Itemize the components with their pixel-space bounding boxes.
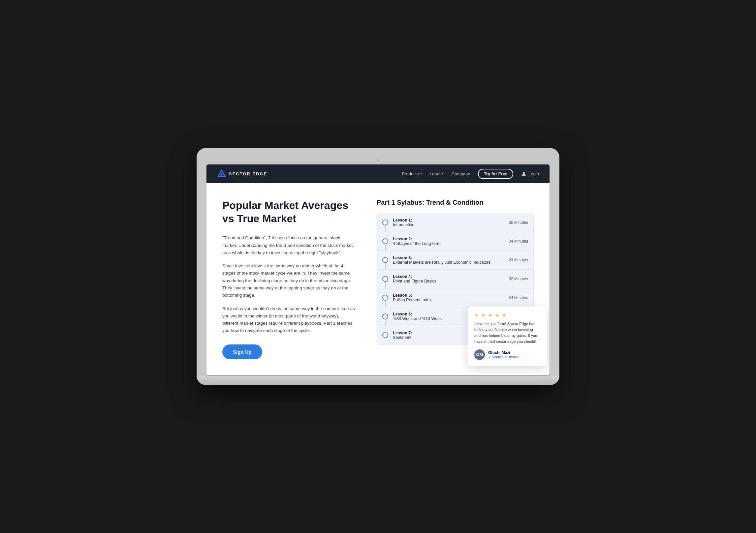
lesson-info: Lesson 1:Introduction xyxy=(393,218,509,227)
lesson-dot xyxy=(382,238,388,244)
laptop-screen: SECTOR EDGE Products ▾ Learn ▾ Company T… xyxy=(206,164,550,375)
review-text: I love this platform! Sector Edge has bu… xyxy=(474,321,540,344)
lesson-row[interactable]: Lesson 1:Introduction30 Minutes xyxy=(377,213,533,232)
lesson-number: Lesson 5: xyxy=(393,293,509,298)
lesson-name: Bullish Percent Index xyxy=(393,298,509,302)
lesson-name: 4 Stages of the Long-term xyxy=(393,241,509,246)
avatar: OM xyxy=(474,349,485,360)
lesson-duration: 34 Minutes xyxy=(509,239,528,244)
user-icon xyxy=(521,171,526,176)
description-3: But just as you wouldn't dress the same … xyxy=(222,305,356,335)
review-author: OM Oluchi Mazi ✓ Verified customer xyxy=(474,349,540,360)
lesson-name: External Markets are Really Just Economi… xyxy=(393,260,509,265)
lesson-row[interactable]: Lesson 3:External Markets are Really Jus… xyxy=(377,251,533,270)
lesson-number: Lesson 3: xyxy=(393,255,509,260)
lesson-dot xyxy=(382,332,388,338)
lesson-name: Point and Figure Basics xyxy=(393,279,509,283)
description-1: "Trend and Condition", 7 lessons focus o… xyxy=(222,234,356,256)
review-stars: ★ ★ ★ ★ ★ xyxy=(474,312,540,318)
review-card: ★ ★ ★ ★ ★ I love this platform! Sector E… xyxy=(468,307,547,366)
logo[interactable]: SECTOR EDGE xyxy=(217,169,267,178)
lesson-number: Lesson 1: xyxy=(393,218,509,222)
logo-text: SECTOR EDGE xyxy=(229,171,267,176)
author-info: Oluchi Mazi ✓ Verified customer xyxy=(488,350,519,359)
nav-company[interactable]: Company xyxy=(452,171,470,176)
lesson-duration: 34 Minutes xyxy=(509,295,528,300)
laptop-base xyxy=(197,376,559,385)
navbar: SECTOR EDGE Products ▾ Learn ▾ Company T… xyxy=(206,164,550,183)
lesson-row[interactable]: Lesson 5:Bullish Percent Index34 Minutes xyxy=(377,288,533,307)
lesson-dot xyxy=(382,276,388,282)
laptop-frame: SECTOR EDGE Products ▾ Learn ▾ Company T… xyxy=(197,148,559,385)
lesson-dot xyxy=(382,313,388,319)
lesson-info: Lesson 5:Bullish Percent Index xyxy=(393,293,509,302)
chevron-down-icon: ▾ xyxy=(442,172,444,175)
lesson-dot xyxy=(382,295,388,301)
right-panel: Part 1 Sylabus: Trend & Condition Lesson… xyxy=(377,199,534,359)
lesson-number: Lesson 4: xyxy=(393,274,509,279)
nav-learn[interactable]: Learn ▾ xyxy=(430,171,444,176)
lesson-dot xyxy=(382,220,388,225)
lesson-info: Lesson 2:4 Stages of the Long-term xyxy=(393,237,509,246)
lesson-number: Lesson 2: xyxy=(393,237,509,241)
left-panel: Popular Market Averages vs True Market "… xyxy=(222,199,361,359)
nav-products[interactable]: Products ▾ xyxy=(402,171,422,176)
svg-point-2 xyxy=(523,172,525,174)
lesson-duration: 30 Minutes xyxy=(509,220,528,225)
logo-icon xyxy=(217,169,226,178)
syllabus-title: Part 1 Sylabus: Trend & Condition xyxy=(377,199,534,206)
page-title: Popular Market Averages vs True Market xyxy=(222,199,356,225)
lesson-name: Introduction xyxy=(393,222,509,227)
lesson-info: Lesson 4:Point and Figure Basics xyxy=(393,274,509,283)
lesson-row[interactable]: Lesson 2:4 Stages of the Long-term34 Min… xyxy=(377,232,533,251)
verified-badge: ✓ Verified customer xyxy=(488,355,519,359)
chevron-down-icon: ▾ xyxy=(420,172,422,175)
nav-right: Products ▾ Learn ▾ Company Try for Free xyxy=(402,169,539,179)
signup-button[interactable]: Sign Up xyxy=(222,344,262,359)
lesson-duration: 32 Minutes xyxy=(509,277,528,281)
lesson-info: Lesson 3:External Markets are Really Jus… xyxy=(393,255,509,265)
try-free-button[interactable]: Try for Free xyxy=(478,169,514,179)
camera-dot xyxy=(377,159,379,162)
description-2: Some investors invest the same way no ma… xyxy=(222,262,356,299)
lesson-dot xyxy=(382,257,388,263)
lesson-row[interactable]: Lesson 4:Point and Figure Basics32 Minut… xyxy=(377,270,533,288)
main-content: Popular Market Averages vs True Market "… xyxy=(206,183,550,375)
author-name: Oluchi Mazi xyxy=(488,350,519,355)
login-link[interactable]: Login xyxy=(521,171,539,176)
lesson-duration: 23 Minutes xyxy=(509,258,528,262)
